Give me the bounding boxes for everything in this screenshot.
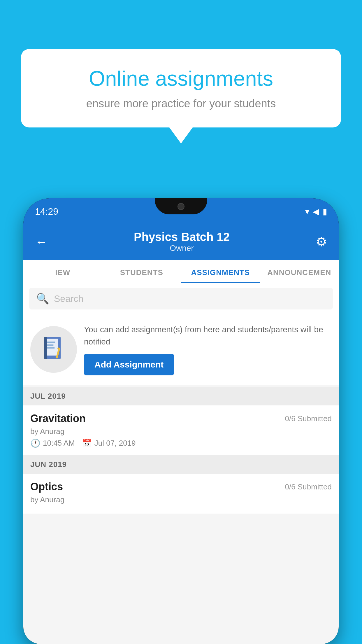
clock-icon: 🕐 xyxy=(30,438,41,448)
promo-section: You can add assignment(s) from here and … xyxy=(23,314,339,385)
search-bar[interactable]: 🔍 Search xyxy=(29,288,333,309)
front-camera xyxy=(178,203,184,210)
speech-bubble-subtitle: ensure more practice for your students xyxy=(44,97,318,110)
speech-bubble-title: Online assignments xyxy=(44,66,318,90)
batch-role: Owner xyxy=(134,244,230,253)
screen-content: 🔍 Search You can add a xyxy=(23,283,339,644)
status-icons: ▾ ◀ ▮ xyxy=(305,207,327,216)
tab-students[interactable]: STUDENTS xyxy=(102,260,181,283)
phone-notch xyxy=(155,198,207,214)
assignment-top-row: Gravitation 0/6 Submitted xyxy=(30,412,332,425)
speech-bubble: Online assignments ensure more practice … xyxy=(21,49,341,127)
assignment-submitted-gravitation: 0/6 Submitted xyxy=(285,414,332,423)
tab-iew[interactable]: IEW xyxy=(23,260,102,283)
status-bar: 14:29 ▾ ◀ ▮ xyxy=(23,198,339,225)
notebook-svg-icon xyxy=(42,336,65,363)
tabs-bar: IEW STUDENTS ASSIGNMENTS ANNOUNCEMEN xyxy=(23,260,339,283)
assignment-top-row-optics: Optics 0/6 Submitted xyxy=(30,481,332,493)
speech-bubble-tail xyxy=(169,127,193,144)
header-center: Physics Batch 12 Owner xyxy=(134,230,230,253)
assignment-time-value: 10:45 AM xyxy=(43,439,75,448)
section-jun-2019: JUN 2019 xyxy=(23,455,339,474)
add-assignment-button[interactable]: Add Assignment xyxy=(84,354,174,375)
wifi-icon: ▾ xyxy=(305,207,309,216)
back-button[interactable]: ← xyxy=(35,235,48,249)
status-time: 14:29 xyxy=(35,206,58,217)
assignment-title-optics: Optics xyxy=(30,481,63,493)
assignment-by-optics: by Anurag xyxy=(30,495,332,504)
svg-rect-5 xyxy=(47,344,54,346)
search-placeholder: Search xyxy=(54,293,83,304)
promo-icon-circle xyxy=(30,326,77,373)
phone-frame: 14:29 ▾ ◀ ▮ ← Physics Batch 12 Owner ⚙ I… xyxy=(23,198,339,644)
settings-icon[interactable]: ⚙ xyxy=(316,234,327,249)
promo-text: You can add assignment(s) from here and … xyxy=(84,323,332,348)
search-icon: 🔍 xyxy=(36,293,49,305)
assignment-date-value: Jul 07, 2019 xyxy=(94,439,136,448)
tab-announcements[interactable]: ANNOUNCEMEN xyxy=(260,260,339,283)
batch-title: Physics Batch 12 xyxy=(134,230,230,244)
assignment-gravitation[interactable]: Gravitation 0/6 Submitted by Anurag 🕐 10… xyxy=(23,405,339,455)
speech-bubble-container: Online assignments ensure more practice … xyxy=(21,49,341,144)
battery-icon: ▮ xyxy=(323,207,327,216)
promo-content: You can add assignment(s) from here and … xyxy=(84,323,332,375)
assignment-by-gravitation: by Anurag xyxy=(30,427,332,436)
svg-rect-4 xyxy=(47,342,55,343)
app-header: ← Physics Batch 12 Owner ⚙ xyxy=(23,225,339,260)
assignment-date: 📅 Jul 07, 2019 xyxy=(82,438,136,448)
assignment-submitted-optics: 0/6 Submitted xyxy=(285,482,332,491)
assignment-title-gravitation: Gravitation xyxy=(30,412,86,425)
section-jul-2019: JUL 2019 xyxy=(23,387,339,405)
assignment-optics[interactable]: Optics 0/6 Submitted by Anurag xyxy=(23,474,339,514)
tab-assignments[interactable]: ASSIGNMENTS xyxy=(181,260,260,283)
svg-rect-2 xyxy=(45,339,58,356)
calendar-icon: 📅 xyxy=(82,438,92,448)
assignment-time: 🕐 10:45 AM xyxy=(30,438,75,448)
svg-rect-6 xyxy=(47,347,55,349)
assignment-meta-gravitation: 🕐 10:45 AM 📅 Jul 07, 2019 xyxy=(30,438,332,448)
search-bar-container: 🔍 Search xyxy=(23,283,339,314)
signal-icon: ◀ xyxy=(313,207,319,216)
